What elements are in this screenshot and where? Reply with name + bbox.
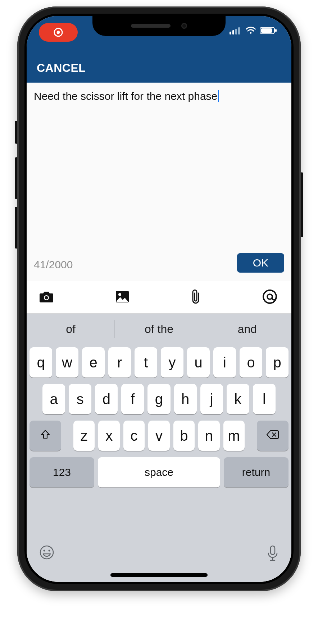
cellular-signal-icon [230,27,242,36]
svg-point-16 [44,550,45,552]
key-u[interactable]: u [187,347,210,377]
return-key[interactable]: return [224,457,289,487]
key-g[interactable]: g [147,384,170,414]
svg-rect-2 [230,32,231,34]
key-f[interactable]: f [121,384,144,414]
key-d[interactable]: d [95,384,118,414]
key-n[interactable]: n [198,421,219,451]
suggestion-1[interactable]: of [27,314,115,344]
image-icon [115,290,130,305]
gallery-button[interactable] [115,290,130,305]
suggestion-2[interactable]: of the [115,314,203,344]
svg-point-1 [57,31,60,34]
backspace-key[interactable] [257,421,289,451]
home-indicator[interactable] [110,573,208,577]
navbar: CANCEL [27,53,291,83]
key-b[interactable]: b [173,421,195,451]
microphone-icon [266,557,279,563]
key-r[interactable]: r [108,347,131,377]
note-text-value: Need the scissor lift for the next phase [34,90,217,102]
svg-rect-5 [238,27,240,34]
paperclip-icon [191,289,201,306]
svg-point-17 [49,550,50,552]
note-editor-area[interactable]: Need the scissor lift for the next phase… [27,83,291,281]
key-p[interactable]: p [266,347,289,377]
attachment-toolbar [27,281,291,314]
key-z[interactable]: z [73,421,95,451]
ok-button[interactable]: OK [237,253,284,273]
space-key[interactable]: space [98,457,220,487]
record-icon [54,28,63,37]
recording-pill[interactable] [39,23,78,42]
key-j[interactable]: j [200,384,223,414]
character-count: 41/2000 [34,259,73,271]
key-y[interactable]: y [161,347,183,377]
phone-frame: CANCEL Need the scissor lift for the nex… [17,6,301,591]
key-a[interactable]: a [42,384,65,414]
shift-key[interactable] [29,421,61,451]
svg-rect-3 [232,30,234,34]
at-icon [262,289,278,306]
ios-keyboard: of of the and qwertyuiop asdfghjkl [27,314,291,582]
text-cursor [218,90,219,102]
dictation-button[interactable] [266,545,279,563]
camera-icon [39,290,54,305]
side-button [300,172,303,237]
key-q[interactable]: q [29,347,52,377]
svg-rect-7 [261,28,272,33]
key-s[interactable]: s [69,384,91,414]
key-v[interactable]: v [148,421,169,451]
key-c[interactable]: c [123,421,145,451]
svg-rect-8 [275,29,277,32]
numbers-key[interactable]: 123 [29,457,94,487]
key-t[interactable]: t [135,347,157,377]
svg-point-15 [40,546,53,559]
wifi-icon [245,27,256,36]
svg-point-12 [118,293,121,296]
svg-point-10 [45,296,48,299]
suggestion-3[interactable]: and [203,314,291,344]
key-m[interactable]: m [223,421,245,451]
cancel-button[interactable]: CANCEL [37,61,86,75]
svg-rect-18 [271,546,275,555]
key-l[interactable]: l [253,384,276,414]
attach-file-button[interactable] [191,289,201,306]
key-k[interactable]: k [227,384,249,414]
key-w[interactable]: w [56,347,78,377]
key-h[interactable]: h [174,384,197,414]
key-x[interactable]: x [98,421,119,451]
key-o[interactable]: o [240,347,262,377]
mention-button[interactable] [262,289,278,306]
emoji-icon [39,555,55,561]
emoji-button[interactable] [39,545,55,562]
backspace-icon [266,430,279,442]
note-text-input[interactable]: Need the scissor lift for the next phase [34,89,284,104]
notch [92,16,226,36]
camera-button[interactable] [39,290,54,305]
battery-icon [260,27,277,36]
key-i[interactable]: i [213,347,236,377]
suggestion-bar: of of the and [27,314,291,344]
shift-icon [40,429,51,443]
key-e[interactable]: e [82,347,105,377]
svg-rect-4 [235,29,237,34]
